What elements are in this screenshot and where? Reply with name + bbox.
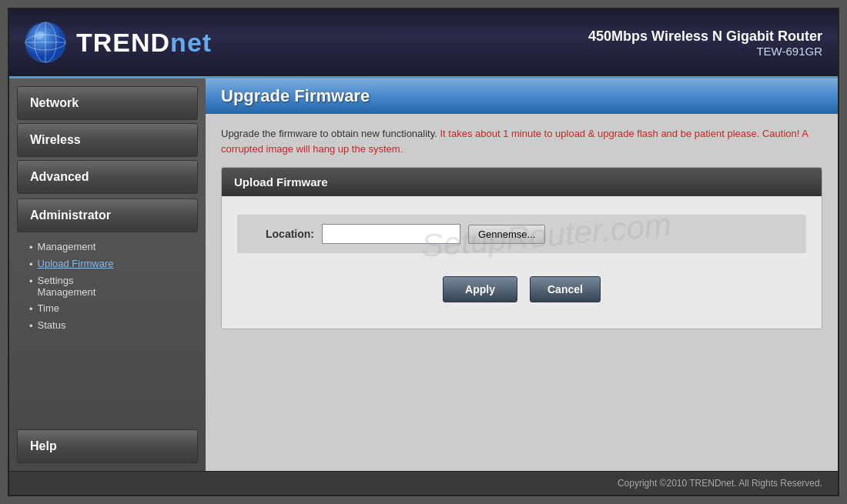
logo-text: TRENDnet [76,28,212,58]
nav-wireless[interactable]: Wireless [17,123,198,157]
submenu-time[interactable]: • Time [29,300,198,317]
content-body: Upgrade the firmware to obtain new funct… [206,114,838,471]
submenu-management[interactable]: • Management [29,239,198,255]
page-title: Upgrade Firmware [221,86,822,106]
sidebar: Network Wireless Advanced Administrator … [9,78,206,471]
sidebar-bottom: Help [17,429,198,463]
nav-help[interactable]: Help [17,429,198,463]
cancel-button[interactable]: Cancel [530,276,601,302]
device-sku: TEW-691GR [588,45,822,58]
device-info: 450Mbps Wireless N Gigabit Router TEW-69… [588,28,822,58]
admin-section: Administrator • Management • Upload Firm… [17,199,198,337]
submenu-status[interactable]: • Status [29,317,198,334]
nav-network[interactable]: Network [17,86,198,120]
panel-title: Upload Firmware [234,175,809,189]
submenu-upload-firmware[interactable]: • Upload Firmware [29,255,198,272]
nav-administrator[interactable]: Administrator [17,199,198,232]
content-area: SetupRouter.com Upgrade Firmware Upgrade… [206,78,838,471]
content-title-bar: Upgrade Firmware [206,78,838,114]
location-input[interactable] [322,224,460,244]
logo-area: TRENDnet [25,22,212,64]
admin-submenu: • Management • Upload Firmware • Setting… [17,235,198,337]
header: TRENDnet 450Mbps Wireless N Gigabit Rout… [9,9,838,78]
firmware-panel-body: Location: Gennemse... Apply Cancel [222,196,822,329]
firmware-panel-header: Upload Firmware [222,168,822,196]
trendnet-logo-icon [25,22,67,64]
nav-advanced[interactable]: Advanced [17,160,198,194]
description-text: Upgrade the firmware to obtain new funct… [221,126,822,156]
browse-button[interactable]: Gennemse... [468,225,545,244]
location-label: Location: [253,228,314,240]
apply-button[interactable]: Apply [443,276,517,302]
firmware-panel: Upload Firmware Location: Gennemse... Ap… [221,167,822,329]
submenu-settings-management[interactable]: • SettingsManagement [29,272,198,300]
description-plain: Upgrade the firmware to obtain new funct… [221,128,440,139]
device-model: 450Mbps Wireless N Gigabit Router [588,28,822,45]
footer: Copyright ©2010 TRENDnet. All Rights Res… [9,471,838,495]
main-layout: Network Wireless Advanced Administrator … [9,78,838,471]
action-row: Apply Cancel [237,269,806,310]
copyright-text: Copyright ©2010 TRENDnet. All Rights Res… [618,478,822,489]
location-row: Location: Gennemse... [237,215,806,253]
